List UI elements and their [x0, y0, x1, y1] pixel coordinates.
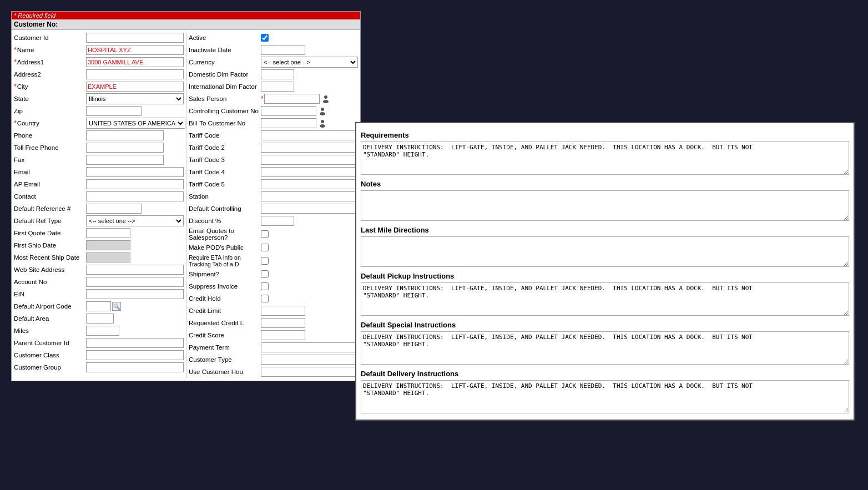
tariff-code3-row: Tariff Code 3	[189, 154, 358, 165]
station-label: Station	[189, 193, 261, 200]
currency-select[interactable]: <-- select one -->	[261, 57, 358, 68]
make-pods-checkbox[interactable]	[261, 244, 269, 251]
airport-input[interactable]	[86, 301, 111, 311]
city-input[interactable]	[86, 82, 184, 92]
default-pickup-textarea[interactable]: DELIVERY INSTRUCTIONS: LIFT-GATE, INSIDE…	[361, 282, 849, 316]
first-ship-row: First Ship Date	[14, 240, 184, 251]
default-ref-type-row: Default Ref Type <-- select one -->	[14, 215, 184, 226]
city-label: *City	[14, 83, 86, 90]
airport-search-button[interactable]: 🔍	[112, 302, 121, 311]
left-panel: * Required field Customer No: Customer I…	[11, 11, 361, 381]
notes-title: Notes	[361, 180, 849, 188]
form-area: Customer Id *Name *Address1 Address2 *Ci	[12, 30, 360, 381]
first-quote-input[interactable]	[86, 228, 130, 238]
fax-input[interactable]	[86, 155, 164, 165]
default-delivery-textarea[interactable]: DELIVERY INSTRUCTIONS: LIFT-GATE, INSIDE…	[361, 380, 849, 413]
bill-to-icon[interactable]	[317, 118, 327, 128]
use-customer-hou-label: Use Customer Hou	[189, 368, 261, 375]
suppress-invoice-row: Suppress Invoice	[189, 281, 358, 292]
bill-to-input[interactable]	[261, 118, 316, 128]
station-input[interactable]	[261, 191, 358, 201]
country-select[interactable]: UNITED STATES OF AMERICA	[86, 118, 185, 129]
credit-score-label: Credit Score	[189, 332, 261, 339]
customer-type-input[interactable]	[261, 355, 358, 365]
contact-input[interactable]	[86, 191, 184, 201]
phone-input[interactable]	[86, 130, 164, 140]
payment-term-input[interactable]	[261, 342, 358, 352]
name-input[interactable]	[86, 45, 184, 55]
requested-credit-row: Requested Credit L	[189, 317, 358, 329]
intl-dim-input[interactable]	[261, 82, 294, 92]
sales-person-row: Sales Person *	[189, 93, 358, 104]
sales-person-icon[interactable]	[321, 94, 331, 104]
domestic-dim-input[interactable]	[261, 69, 294, 79]
customer-type-label: Customer Type	[189, 356, 261, 363]
ein-input[interactable]	[86, 289, 184, 299]
default-controlling-input[interactable]	[261, 204, 358, 214]
domestic-dim-label: Domestic Dim Factor	[189, 71, 261, 78]
requirements-textarea[interactable]: DELIVERY INSTRUCTIONS: LIFT-GATE, INSIDE…	[361, 142, 849, 175]
bill-to-label: Bill-To Customer No	[189, 120, 261, 127]
currency-row: Currency <-- select one -->	[189, 57, 358, 68]
inactivate-date-input[interactable]	[261, 45, 305, 55]
zip-input[interactable]	[86, 106, 142, 116]
shipment-checkbox[interactable]	[261, 270, 269, 278]
city-row: *City	[14, 81, 184, 92]
credit-hold-checkbox[interactable]	[261, 295, 269, 302]
default-ref-type-label: Default Ref Type	[14, 218, 86, 224]
bill-to-row: Bill-To Customer No	[189, 118, 358, 129]
customer-id-input[interactable]	[86, 33, 184, 43]
tariff-code4-input[interactable]	[261, 167, 358, 177]
require-eta-checkbox[interactable]	[261, 257, 269, 265]
account-no-input[interactable]	[86, 277, 184, 287]
first-ship-input[interactable]	[86, 240, 130, 250]
address1-input[interactable]	[86, 57, 184, 67]
active-checkbox[interactable]	[261, 34, 269, 42]
default-controlling-label: Default Controlling	[189, 205, 261, 212]
website-input[interactable]	[86, 265, 184, 275]
payment-term-label: Payment Term	[189, 344, 261, 351]
tollfree-input[interactable]	[86, 143, 164, 153]
state-select[interactable]: Illinois	[86, 93, 184, 104]
discount-input[interactable]	[261, 216, 294, 226]
default-pickup-title: Default Pickup Instructions	[361, 272, 849, 280]
notes-textarea[interactable]	[361, 190, 849, 221]
most-recent-ship-input[interactable]	[86, 252, 130, 262]
default-ref-input[interactable]	[86, 204, 142, 214]
tariff-code-row: Tariff Code	[189, 130, 358, 141]
email-input[interactable]	[86, 167, 184, 177]
tariff-code3-input[interactable]	[261, 155, 358, 165]
requested-credit-input[interactable]	[261, 318, 305, 328]
email-quotes-row: Email Quotes to Salesperson?	[189, 228, 358, 241]
default-special-section: Default Special Instructions DELIVERY IN…	[361, 321, 849, 366]
default-ref-row: Default Reference #	[14, 203, 184, 214]
default-area-input[interactable]	[86, 314, 114, 324]
tariff-code5-input[interactable]	[261, 179, 358, 189]
credit-score-input[interactable]	[261, 330, 305, 340]
last-mile-textarea[interactable]	[361, 236, 849, 267]
suppress-invoice-checkbox[interactable]	[261, 282, 269, 290]
use-customer-hou-input[interactable]	[261, 367, 358, 377]
parent-customer-input[interactable]	[86, 338, 184, 348]
email-quotes-checkbox[interactable]	[261, 230, 269, 238]
customer-group-input[interactable]	[86, 362, 184, 372]
controlling-customer-icon[interactable]	[317, 106, 327, 116]
default-ref-type-select[interactable]: <-- select one -->	[86, 215, 184, 226]
sales-person-input[interactable]	[264, 94, 320, 104]
default-controlling-row: Default Controlling	[189, 203, 358, 214]
apemail-input[interactable]	[86, 179, 184, 189]
tariff-code2-row: Tariff Code 2	[189, 142, 358, 153]
default-special-textarea[interactable]: DELIVERY INSTRUCTIONS: LIFT-GATE, INSIDE…	[361, 331, 849, 365]
credit-limit-input[interactable]	[261, 306, 305, 316]
controlling-customer-input[interactable]	[261, 106, 316, 116]
parent-customer-label: Parent Customer Id	[14, 340, 86, 346]
address2-input[interactable]	[86, 69, 184, 79]
default-special-title: Default Special Instructions	[361, 321, 849, 329]
airport-input-group: 🔍	[86, 301, 121, 311]
tariff-code-input[interactable]	[261, 130, 358, 140]
tariff-code2-input[interactable]	[261, 143, 358, 153]
customer-class-input[interactable]	[86, 350, 184, 360]
miles-input[interactable]	[86, 326, 119, 336]
default-area-row: Default Area	[14, 313, 184, 324]
ein-label: EIN	[14, 291, 86, 297]
